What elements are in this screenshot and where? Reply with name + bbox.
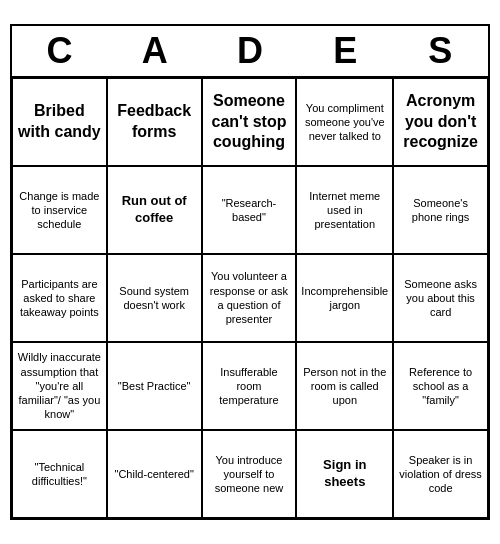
bingo-cell-15: Wildly inaccurate assumption that "you'r… bbox=[12, 342, 107, 430]
header-letter-d: D bbox=[206, 30, 294, 72]
bingo-cell-0: Bribed with candy bbox=[12, 78, 107, 166]
bingo-cell-3: You compliment someone you've never talk… bbox=[296, 78, 393, 166]
bingo-header: CADES bbox=[12, 26, 488, 78]
header-letter-s: S bbox=[396, 30, 484, 72]
bingo-cell-20: "Technical difficulties!" bbox=[12, 430, 107, 518]
header-letter-e: E bbox=[301, 30, 389, 72]
bingo-cell-7: "Research-based" bbox=[202, 166, 297, 254]
bingo-cell-12: You volunteer a response or ask a questi… bbox=[202, 254, 297, 342]
bingo-cell-5: Change is made to inservice schedule bbox=[12, 166, 107, 254]
bingo-cell-14: Someone asks you about this card bbox=[393, 254, 488, 342]
bingo-cell-13: Incomprehensible jargon bbox=[296, 254, 393, 342]
bingo-cell-2: Someone can't stop coughing bbox=[202, 78, 297, 166]
bingo-card: CADES Bribed with candyFeedback formsSom… bbox=[10, 24, 490, 520]
bingo-cell-11: Sound system doesn't work bbox=[107, 254, 202, 342]
header-letter-a: A bbox=[111, 30, 199, 72]
bingo-cell-19: Reference to school as a "family" bbox=[393, 342, 488, 430]
bingo-cell-1: Feedback forms bbox=[107, 78, 202, 166]
bingo-cell-24: Speaker is in violation of dress code bbox=[393, 430, 488, 518]
bingo-cell-9: Someone's phone rings bbox=[393, 166, 488, 254]
bingo-cell-17: Insufferable room temperature bbox=[202, 342, 297, 430]
header-letter-c: C bbox=[16, 30, 104, 72]
bingo-cell-16: "Best Practice" bbox=[107, 342, 202, 430]
bingo-cell-4: Acronym you don't recognize bbox=[393, 78, 488, 166]
bingo-cell-6: Run out of coffee bbox=[107, 166, 202, 254]
bingo-cell-21: "Child-centered" bbox=[107, 430, 202, 518]
bingo-grid: Bribed with candyFeedback formsSomeone c… bbox=[12, 78, 488, 518]
bingo-cell-23: Sign in sheets bbox=[296, 430, 393, 518]
bingo-cell-8: Internet meme used in presentation bbox=[296, 166, 393, 254]
bingo-cell-22: You introduce yourself to someone new bbox=[202, 430, 297, 518]
bingo-cell-10: Participants are asked to share takeaway… bbox=[12, 254, 107, 342]
bingo-cell-18: Person not in the room is called upon bbox=[296, 342, 393, 430]
